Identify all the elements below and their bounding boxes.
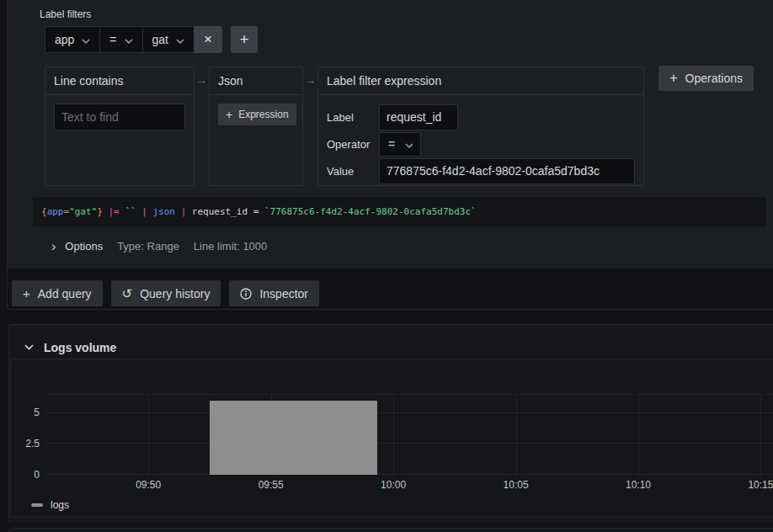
plus-icon: + (239, 30, 248, 49)
label-filter-group: app = gat × (45, 26, 222, 53)
legend-series-label: logs (51, 499, 69, 511)
gridline (638, 395, 639, 475)
query-history-label: Query history (140, 287, 210, 301)
label-filter-row: app = gat × (45, 26, 773, 53)
query-token: | (141, 206, 147, 217)
logs-volume-title: Logs volume (44, 341, 116, 354)
plus-icon: + (23, 287, 30, 300)
query-token: } (97, 206, 103, 217)
options-title: Options (65, 240, 103, 253)
chart-legend: logs (11, 493, 773, 511)
query-token: `` (125, 206, 136, 217)
gridline (760, 395, 761, 475)
operation-card-title: Label filter expression (318, 67, 643, 95)
operator-field-label: Operator (327, 138, 379, 151)
x-tick-label: 10:15 (748, 479, 773, 491)
gridline (148, 395, 149, 475)
query-history-button[interactable]: ↺ Query history (111, 280, 221, 306)
query-token (103, 206, 109, 217)
query-token (147, 206, 153, 217)
line-contains-input[interactable] (54, 104, 185, 130)
operation-card-json: Json + Expression (209, 66, 303, 186)
chevron-right-icon: › (51, 241, 56, 253)
operation-card-line-contains: Line contains (45, 66, 195, 186)
query-editor-container: Label filters app = gat (7, 0, 773, 310)
query-token: request_id = (186, 206, 264, 217)
query-builder: Label filters app = gat (8, 0, 773, 269)
options-row: › Options Type: Range Line limit: 1000 (33, 232, 773, 260)
x-tick-label: 09:55 (259, 479, 284, 491)
line-contains-title: Line contains (54, 74, 124, 88)
x-tick-label: 10:10 (626, 479, 651, 491)
add-filter-button[interactable]: + (231, 26, 258, 53)
chevron-down-icon (405, 137, 413, 151)
chevron-down-icon (125, 33, 133, 46)
query-token (175, 206, 181, 217)
add-operations-button[interactable]: + Operations (658, 66, 754, 91)
chevron-down-icon (176, 33, 184, 46)
operations-label: Operations (685, 72, 743, 85)
inspector-label: Inspector (259, 287, 308, 301)
filter-value-select[interactable]: gat (142, 26, 194, 53)
value-field-label: Value (327, 165, 379, 178)
label-filters-label: Label filters (40, 8, 773, 20)
logs-volume-bar[interactable] (210, 401, 377, 475)
value-field-input[interactable] (379, 158, 635, 184)
close-icon: × (204, 31, 212, 48)
filter-key-select[interactable]: app (45, 26, 99, 53)
operator-field-select[interactable]: = (379, 132, 421, 157)
remove-filter-button[interactable]: × (194, 26, 222, 53)
x-tick-label: 09:50 (136, 479, 161, 491)
plus-icon: + (669, 71, 677, 86)
label-field-input[interactable] (379, 104, 458, 130)
chevron-down-icon (24, 344, 34, 350)
options-toggle[interactable]: › Options (51, 240, 103, 253)
add-query-button[interactable]: + Add query (12, 280, 103, 306)
filter-operator-value: = (109, 33, 116, 46)
plot-area[interactable] (46, 394, 773, 475)
gridline (46, 443, 773, 444)
options-type: Type: Range (117, 240, 179, 253)
add-expression-label: Expression (238, 109, 288, 120)
gridline (516, 395, 517, 475)
inspector-button[interactable]: Inspector (229, 280, 319, 306)
query-token: { (41, 206, 47, 217)
plus-icon: + (226, 108, 232, 121)
x-tick-label: 10:05 (504, 479, 529, 491)
legend-item[interactable]: logs (31, 499, 69, 511)
query-preview[interactable]: {app="gat"} |= `` | json | request_id = … (33, 197, 766, 226)
operation-card-title: Json (210, 67, 302, 95)
history-icon: ↺ (122, 287, 133, 300)
filter-operator-select[interactable]: = (99, 26, 141, 53)
explore-toolbar: + Add query ↺ Query history Inspector (12, 280, 773, 306)
add-query-label: Add query (38, 287, 92, 301)
legend-series-swatch (31, 503, 43, 507)
pipeline-arrow-icon: → (303, 74, 317, 87)
gridline (393, 395, 394, 475)
operation-card-title: Line contains (45, 67, 194, 95)
json-title: Json (218, 74, 243, 88)
operator-field-value: = (388, 137, 395, 151)
next-panel-top-edge (8, 528, 773, 532)
query-token: "gat" (69, 206, 97, 217)
pipeline-arrow-icon: → (195, 74, 209, 87)
filter-value-value: gat (152, 33, 168, 46)
query-token: json (153, 206, 176, 217)
logs-volume-header[interactable]: Logs volume (9, 325, 773, 359)
x-tick-label: 10:00 (381, 479, 406, 491)
info-icon (240, 288, 252, 300)
query-token: app (47, 206, 64, 217)
label-filter-expression-title: Label filter expression (327, 74, 441, 88)
chevron-down-icon (82, 33, 90, 46)
gridline (46, 412, 773, 413)
query-token: `776875c6-f4d2-4acf-9802-0cafa5d7bd3c` (264, 206, 477, 217)
logs-volume-section: Logs volume 02.55 09:5009:5510:0010:0510… (8, 324, 773, 522)
label-field-label: Label (327, 111, 379, 124)
logs-volume-chart-panel: 02.55 09:5009:5510:0010:0510:1010:15 log… (10, 359, 773, 518)
add-expression-button[interactable]: + Expression (218, 104, 296, 125)
filter-key-value: app (55, 33, 74, 46)
x-axis: 09:5009:5510:0010:0510:1010:15 (46, 475, 773, 493)
operation-card-label-filter-expression: Label filter expression Label Operator = (317, 66, 644, 186)
options-line-limit: Line limit: 1000 (194, 240, 267, 253)
query-token: |= (109, 206, 120, 217)
